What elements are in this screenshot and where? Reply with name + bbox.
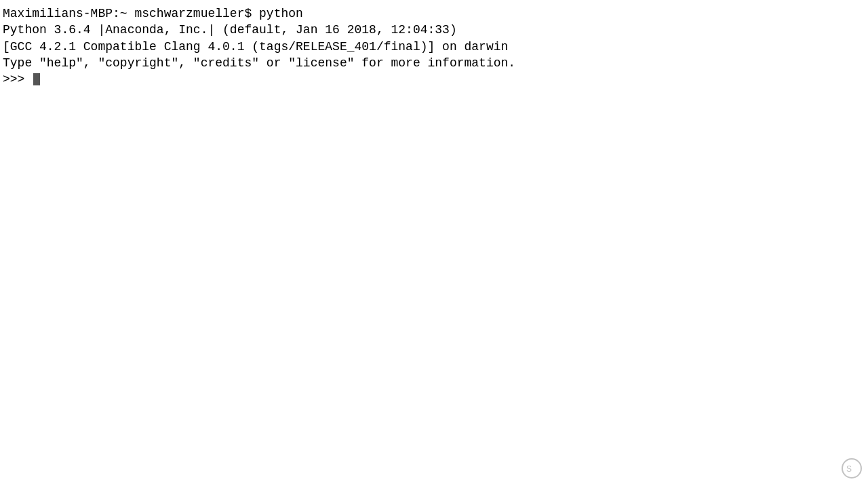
svg-text:S: S — [846, 464, 852, 474]
terminal-line-2: Python 3.6.4 |Anaconda, Inc.| (default, … — [3, 22, 865, 38]
terminal-cursor — [33, 73, 40, 85]
terminal-line-3: [GCC 4.2.1 Compatible Clang 4.0.1 (tags/… — [3, 39, 865, 55]
terminal-window[interactable]: Maximilians-MBP:~ mschwarzmueller$ pytho… — [0, 0, 868, 488]
terminal-line-4: Type "help", "copyright", "credits" or "… — [3, 55, 865, 71]
corner-decoration: S — [841, 458, 863, 483]
terminal-line-1: Maximilians-MBP:~ mschwarzmueller$ pytho… — [3, 5, 865, 22]
terminal-prompt-line[interactable]: >>> — [3, 71, 865, 87]
terminal-prompt: >>> — [3, 71, 32, 87]
